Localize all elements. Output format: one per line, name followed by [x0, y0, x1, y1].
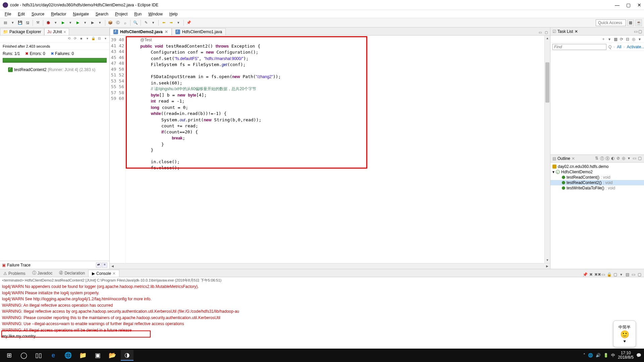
nav-fwd-icon[interactable]: ➡: [168, 19, 174, 26]
close-icon[interactable]: ✕: [112, 271, 116, 276]
outline-method[interactable]: testReadContent() : void: [550, 175, 644, 180]
hide-static-icon[interactable]: ⓢ: [605, 156, 610, 162]
minimize-view-icon[interactable]: ▭: [634, 29, 638, 34]
menu-window[interactable]: Window: [146, 11, 165, 17]
scroll-down-icon[interactable]: ▼: [545, 257, 550, 263]
close-icon[interactable]: ✕: [165, 29, 168, 34]
focus-icon[interactable]: ◎: [631, 37, 636, 42]
edge-icon[interactable]: e: [47, 350, 60, 361]
compare-icon[interactable]: ⇄: [96, 262, 101, 268]
tray-chevron-icon[interactable]: ˄: [583, 353, 585, 358]
focus-icon[interactable]: ◎: [621, 156, 626, 162]
rerun-fail-icon[interactable]: ⟳: [72, 37, 78, 42]
menu-project[interactable]: Project: [112, 11, 130, 17]
open-perspective-icon[interactable]: ⊞: [627, 19, 634, 26]
code-content[interactable]: @Test public void testReadContent2() thr…: [126, 36, 544, 263]
lock-icon[interactable]: 🔒: [91, 37, 96, 42]
console-output[interactable]: log4j:WARN No appenders could be found f…: [0, 284, 644, 349]
menu-icon[interactable]: ▾: [637, 37, 642, 42]
vertical-scrollbar[interactable]: ▲ ▼: [544, 36, 550, 263]
pin-console-icon[interactable]: 📌: [582, 272, 588, 277]
minimize-view-icon[interactable]: ▭: [632, 156, 637, 162]
history-icon[interactable]: ▾: [85, 37, 90, 42]
eclipse-taskbar-icon[interactable]: ◑: [121, 350, 133, 361]
hide-local-icon[interactable]: ⊘: [616, 156, 621, 162]
scroll-thumb[interactable]: [545, 62, 549, 103]
app-icon[interactable]: ▣: [91, 350, 104, 361]
notifications-icon[interactable]: 💬: [636, 353, 641, 358]
open-type-icon[interactable]: ⌕: [122, 19, 128, 26]
task-activate-link[interactable]: Activate...: [627, 45, 644, 49]
task-all-link[interactable]: All: [617, 45, 621, 49]
editor-tab-1[interactable]: HdfsClientDemo1.java: [172, 28, 226, 35]
explorer-icon[interactable]: 📁: [76, 350, 89, 361]
outline-tree[interactable]: day02.cn.edu360.hdfs.demo ▾ HdfsClientDe…: [550, 163, 644, 269]
chrome-icon[interactable]: 🌐: [62, 350, 74, 361]
ext-tools-icon[interactable]: ▶: [89, 19, 96, 26]
hide-fields-icon[interactable]: ⓕ: [600, 156, 604, 162]
sync-icon[interactable]: ⟳: [619, 37, 624, 42]
debug-icon[interactable]: 🐞: [45, 19, 52, 26]
collapse-icon[interactable]: ⊟: [625, 37, 630, 42]
folder-icon[interactable]: 📂: [106, 350, 119, 361]
horizontal-scrollbar[interactable]: ◀ ▶: [110, 263, 550, 269]
save-icon[interactable]: 💾: [17, 19, 23, 26]
tab-problems[interactable]: ⚠ Problems: [0, 270, 29, 277]
toggle-mark-icon[interactable]: ✎: [143, 19, 149, 26]
maximize-view-icon[interactable]: ▢: [638, 29, 642, 34]
hide-nonpublic-icon[interactable]: ◐: [610, 156, 615, 162]
close-button[interactable]: ✕: [637, 2, 641, 8]
close-icon[interactable]: ✕: [575, 29, 578, 34]
menu-edit[interactable]: Edit: [15, 11, 28, 17]
volume-icon[interactable]: 🔊: [596, 353, 601, 358]
new-icon[interactable]: ▤: [2, 19, 9, 26]
maximize-view-icon[interactable]: ▢: [543, 31, 549, 35]
search-icon[interactable]: 🔍: [132, 19, 139, 26]
menu-icon[interactable]: ▾: [627, 156, 631, 162]
nav-back-icon[interactable]: ⬅: [160, 19, 167, 26]
stop-icon[interactable]: ■: [78, 37, 84, 42]
battery-icon[interactable]: 🔋: [603, 353, 608, 358]
collapse-icon[interactable]: ⊟: [97, 37, 102, 42]
start-button[interactable]: ⊞: [3, 350, 15, 361]
minimize-button[interactable]: —: [615, 2, 620, 8]
close-icon[interactable]: ✕: [572, 156, 575, 161]
task-find-input[interactable]: [552, 44, 606, 50]
rerun-icon[interactable]: ⟲: [66, 37, 72, 42]
tab-package-explorer[interactable]: 📁 Package Explorer: [0, 28, 44, 35]
tray-clock[interactable]: 17:10 2018/8/5: [618, 351, 634, 360]
outline-method[interactable]: testReadContent2() : void: [550, 180, 644, 185]
scroll-up-icon[interactable]: ▲: [545, 36, 550, 41]
scroll-left-icon[interactable]: ◀: [110, 263, 115, 269]
remove-launch-icon[interactable]: ✖: [588, 272, 594, 277]
new-class-icon[interactable]: Ⓒ: [114, 19, 121, 26]
menu-icon[interactable]: ▾: [103, 37, 108, 42]
minimize-view-icon[interactable]: ▭: [631, 272, 636, 277]
network-icon[interactable]: 🌐: [588, 353, 593, 358]
build-icon[interactable]: ⚒: [35, 19, 41, 26]
junit-tree[interactable]: testReadContent2 [Runner: JUnit 4] (2.38…: [0, 65, 109, 261]
tab-junit[interactable]: Ju JUnit ✕: [44, 28, 69, 35]
tab-javadoc[interactable]: ⓘ Javadoc: [29, 269, 56, 277]
menu-search[interactable]: Search: [93, 11, 111, 17]
close-icon[interactable]: ✕: [63, 30, 66, 34]
editor-tab-0[interactable]: HdfsClientDemo2.java✕: [110, 28, 172, 35]
outline-package[interactable]: day02.cn.edu360.hdfs.demo: [550, 164, 644, 169]
outline-method[interactable]: testWriteDataToFile() : void: [550, 185, 644, 191]
sort-icon[interactable]: ⇅: [594, 156, 599, 162]
maximize-view-icon[interactable]: ▢: [637, 156, 642, 162]
maximize-button[interactable]: ▢: [626, 2, 631, 8]
quick-access-input[interactable]: [596, 19, 626, 26]
categorize-icon[interactable]: ▦: [613, 37, 618, 42]
new-task-icon[interactable]: ＋: [601, 36, 606, 42]
ime-icon[interactable]: 中: [611, 353, 615, 358]
menu-navigate[interactable]: Navigate: [70, 11, 91, 17]
filter-icon[interactable]: ≡: [102, 262, 107, 268]
scroll-lock-icon[interactable]: 🔒: [606, 272, 612, 277]
scroll-right-icon[interactable]: ▶: [544, 263, 550, 269]
outline-class[interactable]: ▾ HdfsClientDemo2: [550, 169, 644, 175]
assistant-avatar[interactable]: 中简半 🙂 ♥: [613, 320, 636, 347]
cortana-icon[interactable]: ◯: [17, 350, 30, 361]
test-node[interactable]: testReadContent2 [Runner: JUnit 4] (2.38…: [3, 67, 107, 73]
menu-help[interactable]: Help: [167, 11, 180, 17]
